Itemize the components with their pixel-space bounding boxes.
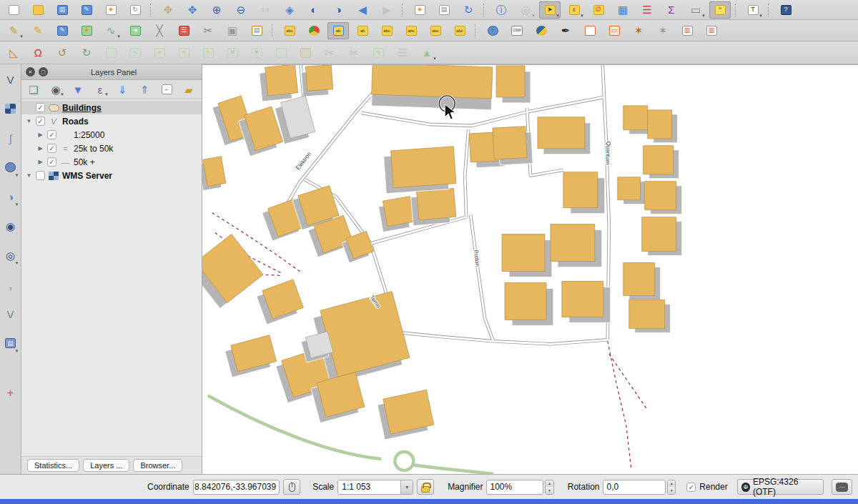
metasearch-v-icon[interactable]: ▥ xyxy=(676,22,698,39)
expand-arrow-icon[interactable]: ▶ xyxy=(36,159,45,165)
metasearch-add-icon[interactable]: ▥ xyxy=(701,22,722,39)
change-label-icon[interactable]: abc xyxy=(449,22,470,39)
select-by-expression-icon[interactable]: ε▼ xyxy=(563,1,585,19)
close-panel-icon[interactable]: ✕ xyxy=(26,67,35,76)
dropdown-arrow-icon[interactable]: ▼ xyxy=(759,14,763,18)
reshape-features-icon[interactable] xyxy=(295,44,316,61)
unpin-labels-icon[interactable]: ab xyxy=(352,22,373,39)
refresh-map-icon[interactable]: ↻ xyxy=(458,1,479,19)
mouse-position-toggle-button[interactable] xyxy=(283,479,300,495)
rectangle-tool-icon[interactable]: ▭ xyxy=(603,22,625,39)
attribute-table-icon[interactable]: ▦ xyxy=(612,1,633,19)
render-checkbox[interactable]: ✓ xyxy=(686,483,696,492)
panel-tab-layers[interactable]: Layers ... xyxy=(83,459,129,472)
filter-legend-icon[interactable]: ▼ xyxy=(69,81,87,97)
expand-arrow-icon[interactable]: ▼ xyxy=(24,118,34,124)
add-feature-icon[interactable]: ★ xyxy=(76,22,97,39)
expand-arrow-icon[interactable]: ▶ xyxy=(36,132,45,138)
split-parts-icon[interactable]: ✂ xyxy=(343,44,365,61)
layer-visibility-checkbox[interactable]: ✓ xyxy=(47,130,56,139)
rotation-field[interactable]: 0,0 xyxy=(603,480,665,495)
dropdown-arrow-icon[interactable]: ▼ xyxy=(60,92,64,97)
measure-icon[interactable]: ▭▼ xyxy=(685,1,706,19)
composer-manager-icon[interactable]: ↻ xyxy=(124,1,146,19)
wand-b-icon[interactable]: ✶ xyxy=(628,22,649,39)
rotate-feature-icon[interactable] xyxy=(100,44,122,61)
expression-filter-icon[interactable]: ε▼ xyxy=(91,81,109,97)
add-ring-icon[interactable]: ★ xyxy=(149,44,170,61)
new-print-composer-icon[interactable]: ★ xyxy=(100,1,122,19)
expand-all-icon[interactable]: ⇓ xyxy=(113,81,132,97)
cut-features-icon[interactable]: ✂ xyxy=(197,22,219,39)
add-group-icon[interactable]: ❏ xyxy=(24,81,43,97)
layer-diagram-icon[interactable] xyxy=(303,22,325,39)
split-features-icon[interactable]: ✂ xyxy=(319,44,340,61)
undo-icon[interactable]: ↺ xyxy=(51,44,73,61)
text-annotation-icon[interactable]: T▼ xyxy=(742,1,764,19)
save-layer-edits-icon[interactable]: ✎ xyxy=(51,22,73,39)
layer-roads[interactable]: ▼✓VRoads xyxy=(21,114,202,128)
expand-arrow-icon[interactable]: ▼ xyxy=(24,172,34,179)
touch-zoom-icon[interactable] xyxy=(579,22,601,39)
layer-visibility-checkbox[interactable]: ✓ xyxy=(47,144,56,153)
add-part-icon[interactable]: ★ xyxy=(173,44,194,61)
add-wfs-layer-icon[interactable]: , xyxy=(1,274,20,295)
identify-features-icon[interactable]: ⓘ xyxy=(490,1,512,19)
select-features-icon[interactable]: ➤▼ xyxy=(539,1,561,19)
python-console-icon[interactable] xyxy=(531,22,552,39)
zoom-last-icon[interactable]: ◀ xyxy=(352,1,373,19)
layer-buildings[interactable]: ✓Buildings xyxy=(21,101,202,114)
zoom-full-icon[interactable]: ◈ xyxy=(279,1,300,19)
magnifier-spinner[interactable]: ▲▼ xyxy=(545,480,553,495)
zoom-in-icon[interactable]: ⊕ xyxy=(206,1,227,19)
crs-status-button[interactable]: ⊕ EPSG:4326 (OTF) xyxy=(737,479,824,495)
dropdown-arrow-icon[interactable]: ▼ xyxy=(15,202,19,207)
delete-ring-icon[interactable]: ✕ xyxy=(222,44,243,61)
collapse-all-icon[interactable]: ⇑ xyxy=(135,81,154,97)
map-tips-icon[interactable]: ❝ xyxy=(709,1,731,19)
manage-visibility-icon[interactable]: ◉▼ xyxy=(46,81,65,97)
coordinate-field[interactable]: 8.842076,-33.967039 xyxy=(193,480,280,495)
dropdown-arrow-icon[interactable]: ▼ xyxy=(117,34,121,39)
field-calculator-icon[interactable]: ☰ xyxy=(636,1,658,19)
add-postgis-layer-icon[interactable]: ▼ xyxy=(1,157,20,178)
simplify-feature-icon[interactable]: ∿ xyxy=(124,44,146,61)
layer-wms-server[interactable]: ▼WMS Server xyxy=(21,169,202,182)
add-virtual-layer-icon[interactable]: ▤▼ xyxy=(1,332,20,354)
statistical-summary-icon[interactable]: Σ xyxy=(661,1,682,19)
help-icon[interactable]: ? xyxy=(775,1,797,19)
dropdown-arrow-icon[interactable]: ▼ xyxy=(15,173,19,177)
layer-roads-50k[interactable]: ▶✓—50k + xyxy=(21,155,202,169)
dropdown-arrow-icon[interactable]: ▼ xyxy=(580,14,584,18)
multiedit-attributes-icon[interactable]: ☰ xyxy=(392,44,413,61)
add-delimited-text-icon[interactable]: ∫ xyxy=(1,127,20,149)
web-plugin-icon[interactable]: + xyxy=(482,22,503,39)
save-project-icon[interactable]: ▥ xyxy=(51,1,73,19)
add-circular-string-icon[interactable]: ∿▼ xyxy=(100,22,122,39)
detach-panel-icon[interactable]: ▢ xyxy=(39,67,48,76)
zoom-to-selection-icon[interactable]: ◐ xyxy=(303,1,325,19)
dropdown-arrow-icon[interactable]: ▼ xyxy=(701,14,706,18)
new-project-icon[interactable] xyxy=(3,1,24,19)
delete-selected-icon[interactable]: ☰ xyxy=(173,22,194,39)
show-hide-labels-icon[interactable]: abc xyxy=(376,22,398,39)
wand-icon[interactable]: ✶ xyxy=(652,22,674,39)
pan-to-selection-icon[interactable]: ✥ xyxy=(182,1,203,19)
add-raster-layer-icon[interactable] xyxy=(1,98,20,119)
delete-part-icon[interactable]: ✕ xyxy=(246,44,267,61)
clear-style-icon[interactable]: ▰ xyxy=(179,81,198,97)
merge-features-icon[interactable]: ∿ xyxy=(368,44,389,61)
chevron-down-icon[interactable]: ▼ xyxy=(400,480,413,494)
layer-visibility-checkbox[interactable]: ✓ xyxy=(36,103,45,112)
add-spatialite-layer-icon[interactable]: ◑▼ xyxy=(1,186,20,207)
dropdown-arrow-icon[interactable]: ▼ xyxy=(15,349,19,353)
zoom-next-icon[interactable]: ▶ xyxy=(376,1,398,19)
offset-curve-icon[interactable] xyxy=(270,44,292,61)
pan-map-icon[interactable]: ✥ xyxy=(157,1,179,19)
layer-roads-25k-50k[interactable]: ▶✓=25k to 50k xyxy=(21,142,202,155)
panel-tab-browser[interactable]: Browser... xyxy=(133,459,182,472)
layer-visibility-checkbox[interactable]: ✓ xyxy=(36,117,45,126)
new-bookmark-icon[interactable]: ★ xyxy=(409,1,430,19)
csw-plugin-icon[interactable]: CSW xyxy=(506,22,528,39)
open-project-icon[interactable] xyxy=(27,1,49,19)
